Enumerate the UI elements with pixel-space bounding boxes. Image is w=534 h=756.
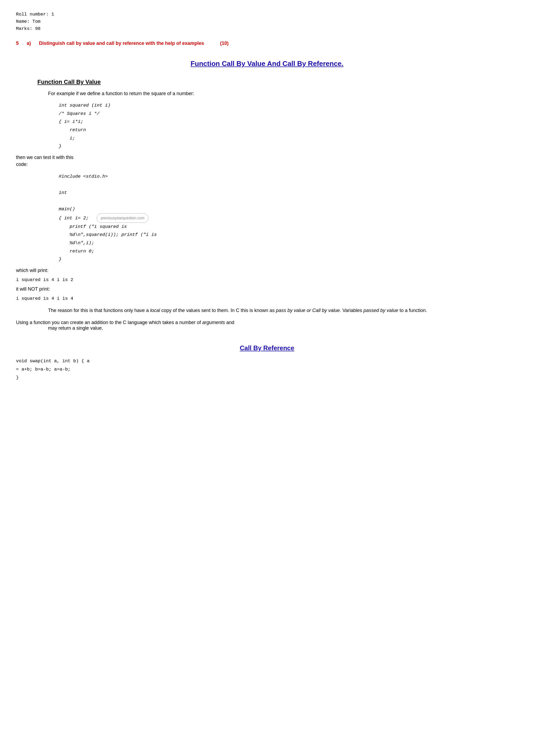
return-line: return 0; (59, 247, 518, 256)
code-line-5: i; (59, 134, 518, 143)
close-brace: } (59, 256, 518, 264)
reason-text-3: . Variables (340, 308, 364, 313)
using-text-3: may return a single value. (48, 325, 103, 331)
code-line-4: return (59, 126, 518, 134)
then-text: then we can test it with this (16, 155, 518, 160)
code-block-1: int squared (int i) /* Squares i */ { i=… (59, 101, 518, 151)
header-section: Roll number: 1 Name: Tom Marks: 98 (16, 11, 518, 33)
code-label: code: (16, 162, 518, 167)
call-by-value-intro: For example if we define a function to r… (48, 90, 518, 98)
code-line-3: { i= i*i; (59, 118, 518, 126)
reason-text-4: to a function. (398, 308, 427, 313)
reason-italic-3: passed by value (363, 308, 398, 313)
reason-italic-1: local (150, 308, 160, 313)
main-title: Function Call By Value And Call By Refer… (16, 60, 518, 68)
using-paragraph: Using a function you can create an addit… (16, 320, 518, 331)
reason-text-1: The reason for this is that functions on… (48, 308, 150, 313)
include-line: #include <stdio.h> (59, 173, 518, 181)
call-by-ref-title: Call By Reference (16, 344, 518, 352)
cbr-code-line-2: = a+b; b=a-b; a=a-b; (16, 365, 518, 374)
blank-line-2 (59, 197, 518, 205)
cbr-code-line-1: void swap(int a, int b) { a (16, 357, 518, 365)
reason-paragraph: The reason for this is that functions on… (48, 307, 518, 315)
cbr-code-line-3: } (16, 374, 518, 382)
roll-number: Roll number: 1 (16, 11, 518, 18)
printf-line-3: %d\n",i); (59, 239, 518, 247)
question-line: 5 a) Distinguish call by value and call … (16, 40, 518, 46)
printf-line-1: printf ("i squared is (59, 223, 518, 231)
reason-text-2: copy of the values sent to them. In C th… (160, 308, 276, 313)
which-text: which will print: (16, 268, 518, 273)
watermark: previousyearquestion.com (97, 213, 148, 223)
code-block-2: #include <stdio.h> int main() { int i= 2… (59, 173, 518, 264)
printf-line-2: %d\n",squared(i)); printf ("i is (59, 231, 518, 239)
not-print-text: it will NOT print: (16, 286, 518, 292)
using-italic: arguments (202, 320, 225, 325)
int-line: int (59, 189, 518, 197)
code-line-6: } (59, 142, 518, 151)
then-text-span: then we can test it with this (16, 155, 73, 160)
marks: Marks: 98 (16, 25, 518, 32)
call-by-value-title: Function Call By Value (38, 79, 518, 86)
question-points: (10) (220, 40, 229, 46)
main-line: main() (59, 205, 518, 213)
main-open-line: { int i= 2; previousyearquestion.com (59, 213, 518, 223)
question-part: a) (27, 40, 31, 46)
output-1: i squared is 4 i is 2 (16, 277, 518, 283)
student-name: Name: Tom (16, 18, 518, 25)
blank-line-1 (59, 180, 518, 189)
call-by-ref-code: void swap(int a, int b) { a = a+b; b=a-b… (16, 357, 518, 382)
reason-italic-2: pass by value or Call by value (276, 308, 340, 313)
question-number: 5 (16, 40, 19, 46)
question-text: Distinguish call by value and call by re… (39, 40, 204, 46)
code-line-2: /* Squares i */ (59, 110, 518, 118)
output-2: i squared is 4 i is 4 (16, 296, 518, 301)
using-text-2: and (225, 320, 234, 325)
using-text-1: Using a function you can create an addit… (16, 320, 202, 325)
code-line-1: int squared (int i) (59, 101, 518, 110)
